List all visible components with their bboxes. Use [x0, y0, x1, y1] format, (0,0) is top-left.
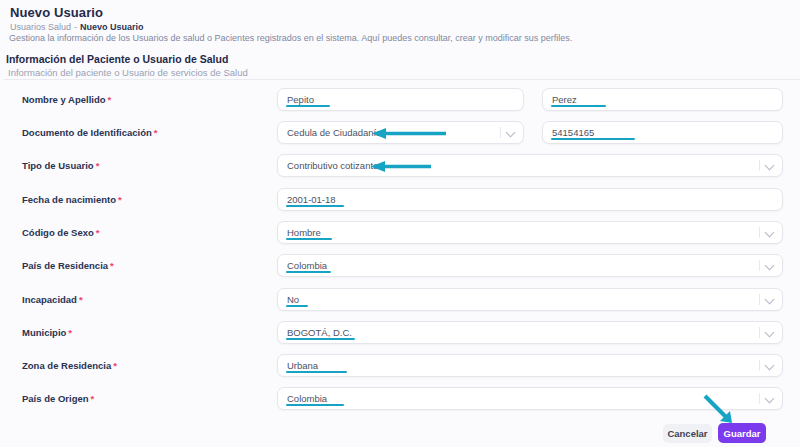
form-row-pais-origen: País de Origen* Colombia	[0, 387, 800, 410]
select-municipio[interactable]: BOGOTÁ, D.C.	[277, 321, 783, 344]
field-label-zona-residencia: Zona de Residencia*	[22, 360, 117, 371]
field-label-municipio: Municipio*	[22, 327, 72, 338]
required-marker: *	[108, 94, 112, 105]
form-row-zona-residencia: Zona de Residencia* Urbana	[0, 354, 800, 377]
required-marker: *	[68, 327, 72, 338]
select-incapacidad[interactable]: No	[277, 288, 783, 311]
breadcrumb-separator: -	[74, 22, 77, 32]
chevron-down-icon	[765, 228, 775, 238]
select-divider	[759, 393, 760, 404]
annotation-underline	[286, 271, 331, 274]
select-codigo-sexo[interactable]: Hombre	[277, 221, 783, 244]
input-nombre[interactable]: Pepito	[277, 88, 524, 111]
select-divider	[759, 260, 760, 271]
field-label-incapacidad: Incapacidad*	[22, 294, 83, 305]
section-title: Información del Paciente o Usuario de Sa…	[6, 53, 228, 65]
form-row-incapacidad: Incapacidad* No	[0, 288, 800, 311]
form-row-codigo-sexo: Código de Sexo* Hombre	[0, 221, 800, 244]
breadcrumb: Usuarios Salud-Nuevo Usuario	[10, 22, 144, 32]
annotation-underline	[286, 371, 347, 374]
form-row-fecha-nacimiento: Fecha de nacimiento* 2001-01-18	[0, 188, 800, 211]
chevron-down-icon	[765, 361, 775, 371]
input-apellido[interactable]: Perez	[542, 88, 783, 111]
required-marker: *	[113, 360, 117, 371]
form-row-tipo-usuario: Tipo de Usuario* Contributivo cotizante	[0, 154, 800, 177]
input-fecha-nacimiento[interactable]: 2001-01-18	[277, 188, 783, 211]
select-zona-residencia[interactable]: Urbana	[277, 354, 783, 377]
select-divider	[500, 127, 501, 138]
field-label-pais-residencia: País de Residencia*	[22, 260, 114, 271]
annotation-underline	[286, 205, 344, 208]
form-row-nombre-apellido: Nombre y Apellido* Pepito Perez	[0, 88, 800, 111]
annotation-underline	[286, 105, 330, 108]
required-marker: *	[110, 260, 114, 271]
breadcrumb-current: Nuevo Usuario	[80, 22, 144, 32]
chevron-down-icon	[765, 261, 775, 271]
form-row-pais-residencia: País de Residencia* Colombia	[0, 254, 800, 277]
annotation-underline	[286, 404, 344, 407]
field-label-codigo-sexo: Código de Sexo*	[22, 227, 100, 238]
select-tipo-documento[interactable]: Cedula de Ciudadanía	[277, 121, 524, 144]
select-divider	[759, 227, 760, 238]
field-label-documento: Documento de Identificación*	[22, 127, 158, 138]
annotation-arrow-left-icon	[371, 160, 431, 173]
required-marker: *	[79, 294, 83, 305]
form-row-documento: Documento de Identificación* Cedula de C…	[0, 121, 800, 144]
annotation-underline	[286, 305, 308, 308]
page-description: Gestiona la información de los Usuarios …	[9, 33, 572, 43]
chevron-down-icon	[765, 295, 775, 305]
field-label-tipo-usuario: Tipo de Usuario*	[22, 160, 99, 171]
select-pais-residencia[interactable]: Colombia	[277, 254, 783, 277]
cancel-button[interactable]: Cancelar	[663, 424, 712, 443]
select-divider	[759, 327, 760, 338]
breadcrumb-parent[interactable]: Usuarios Salud	[10, 22, 71, 32]
required-marker: *	[96, 160, 100, 171]
select-divider	[759, 294, 760, 305]
select-divider	[759, 160, 760, 171]
save-button[interactable]: Guardar	[718, 423, 766, 443]
chevron-down-icon	[765, 161, 775, 171]
select-tipo-usuario[interactable]: Contributivo cotizante	[277, 154, 783, 177]
required-marker: *	[154, 127, 158, 138]
form-row-municipio: Municipio* BOGOTÁ, D.C.	[0, 321, 800, 344]
chevron-down-icon	[765, 394, 775, 404]
page-title: Nuevo Usuario	[10, 5, 103, 20]
section-subtitle: Información del paciente o Usuario de se…	[8, 67, 248, 78]
select-divider	[759, 360, 760, 371]
chevron-down-icon	[506, 128, 516, 138]
field-label-fecha-nacimiento: Fecha de nacimiento*	[22, 194, 122, 205]
annotation-arrow-left-icon	[372, 127, 446, 140]
annotation-underline	[286, 238, 332, 241]
required-marker: *	[96, 227, 100, 238]
chevron-down-icon	[765, 328, 775, 338]
annotation-underline	[286, 338, 355, 341]
required-marker: *	[118, 194, 122, 205]
required-marker: *	[91, 393, 95, 404]
annotation-underline	[551, 105, 606, 108]
section-divider	[4, 79, 800, 80]
field-label-nombre-apellido: Nombre y Apellido*	[22, 94, 111, 105]
field-label-pais-origen: País de Origen*	[22, 393, 94, 404]
input-numero-documento[interactable]: 54154165	[542, 121, 783, 144]
annotation-underline	[551, 138, 635, 141]
